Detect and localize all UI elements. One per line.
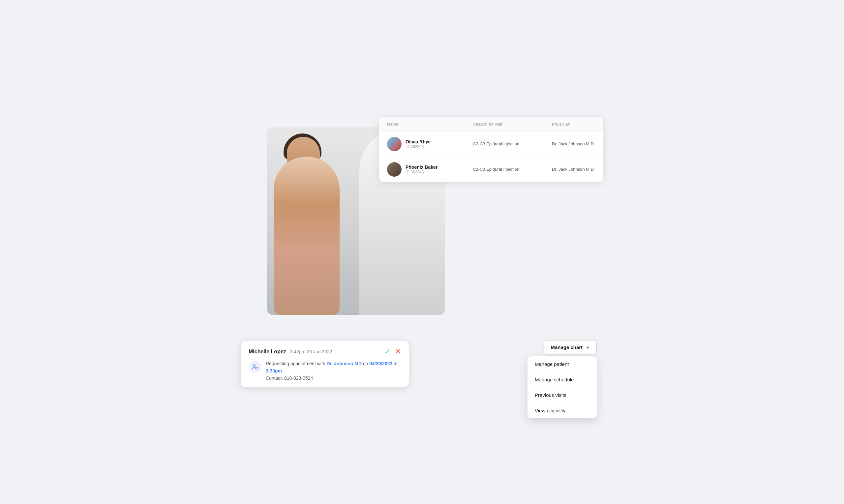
patient-id: ID:362343 — [406, 144, 431, 149]
contact-info: Contact: 818-823-0524 — [266, 375, 401, 381]
dropdown-item-manage-schedule[interactable]: Manage schedule — [527, 372, 597, 387]
patient-cell: Olivia Rhye ID:362343 — [387, 137, 473, 151]
appointment-body: Requesting appointment with Dr. Johnson … — [249, 360, 401, 381]
visit-reason: C2-C3 Epidural Injection — [473, 141, 552, 146]
chevron-up-icon: ▲ — [586, 345, 590, 349]
svg-point-0 — [253, 364, 255, 366]
dropdown-item-view-eligibility[interactable]: View eligibility — [527, 403, 597, 418]
person-calendar-icon — [252, 364, 258, 370]
physician-name: Dr. Jack Johnson M.D — [552, 141, 603, 146]
col-reason: Reason for visit — [473, 122, 552, 127]
name-time: Michelle Lopez 3:42pm 20 Jan 2022 — [249, 349, 332, 355]
appointment-details: Requesting appointment with Dr. Johnson … — [266, 360, 401, 381]
patient-name: Olivia Rhye — [406, 139, 431, 144]
manage-chart-dropdown: Manage patient Manage schedule Previous … — [527, 356, 597, 418]
reject-icon[interactable]: ✕ — [395, 347, 401, 356]
contact-value: 818-823-0524 — [284, 375, 313, 381]
avatar-phoenix — [387, 162, 401, 177]
manage-chart-button[interactable]: Manage chart ▲ — [544, 340, 597, 354]
contact-label: Contact: — [266, 375, 283, 381]
manage-chart-container: Manage chart ▲ Manage patient Manage sch… — [544, 340, 597, 354]
appointment-text: Requesting appointment with Dr. Johnson … — [266, 360, 401, 375]
dropdown-item-previous-visits[interactable]: Previous visits — [527, 387, 597, 403]
patient-cell: Phoenix Baker ID:362343 — [387, 162, 473, 177]
appointment-header: Michelle Lopez 3:42pm 20 Jan 2022 ✓ ✕ — [249, 347, 401, 356]
table-row[interactable]: Olivia Rhye ID:362343 C2-C3 Epidural Inj… — [379, 131, 603, 157]
avatar-olivia — [387, 137, 401, 151]
appointment-icon-wrap — [249, 361, 261, 373]
patient-name: Michelle Lopez — [249, 349, 286, 355]
manage-chart-label: Manage chart — [551, 344, 582, 350]
dropdown-item-manage-patient[interactable]: Manage patient — [527, 356, 597, 372]
approve-icon[interactable]: ✓ — [384, 347, 390, 356]
appointment-timestamp: 3:42pm 20 Jan 2022 — [290, 349, 332, 354]
patient-id: ID:362343 — [406, 170, 437, 174]
patient-table: Name Reason for visit Physician Olivia R… — [379, 117, 603, 182]
patient-info: Olivia Rhye ID:362343 — [406, 139, 431, 149]
table-header: Name Reason for visit Physician — [379, 117, 603, 131]
col-physician: Physician — [552, 122, 603, 127]
appointment-card: Michelle Lopez 3:42pm 20 Jan 2022 ✓ ✕ — [241, 341, 409, 387]
visit-reason: C2-C3 Epidural Injection — [473, 167, 552, 172]
col-name: Name — [387, 122, 473, 127]
patient-info: Phoenix Baker ID:362343 — [406, 164, 437, 174]
physician-name: Dr. Jack Johnson M.D — [552, 167, 603, 172]
appointment-actions: ✓ ✕ — [384, 347, 401, 356]
patient-name: Phoenix Baker — [406, 164, 437, 170]
table-row[interactable]: Phoenix Baker ID:362343 C2-C3 Epidural I… — [379, 157, 603, 182]
